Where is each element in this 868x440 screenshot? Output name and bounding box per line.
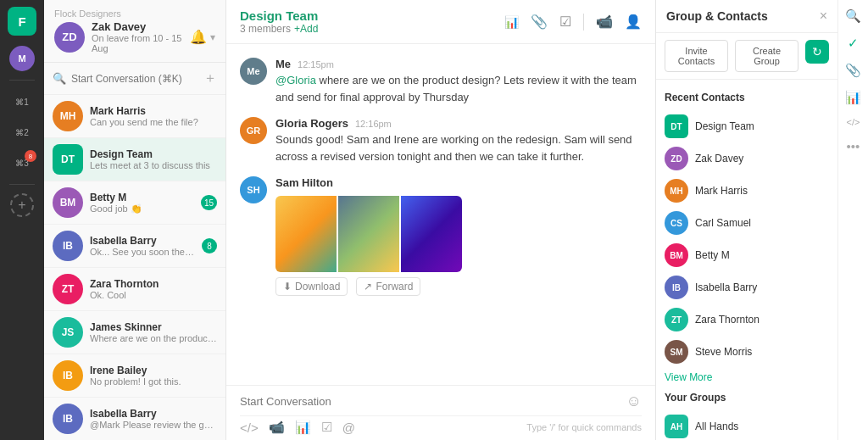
message-avatar: GR — [240, 117, 267, 144]
more-options-icon[interactable]: ••• — [847, 139, 860, 153]
nav-item-3[interactable]: ⌘3 8 — [8, 150, 36, 175]
contact-item-mark-harris[interactable]: MH Mark Harris — [665, 175, 829, 207]
checklist-icon[interactable]: ☑ — [559, 14, 571, 30]
message-me: Me Me 12:15pm @Gloria where are we on th… — [240, 58, 642, 105]
sidebar: Flock Designers ZD Zak Davey On leave fr… — [44, 0, 226, 440]
contact-name: Design Team — [90, 148, 217, 160]
image-2 — [338, 196, 399, 272]
add-member-button[interactable]: +Add — [294, 23, 318, 35]
icon-bar: F M ⌘1 ⌘2 ⌘3 8 + — [0, 0, 44, 440]
contact-item-carl-samuel[interactable]: CS Carl Samuel — [665, 207, 829, 239]
sidebar-item-irene-bailey[interactable]: IB Irene Bailey No problem! I got this. — [44, 354, 225, 398]
code-snippet-icon[interactable]: </> — [847, 117, 860, 127]
contact-avatar: MH — [665, 179, 688, 203]
sidebar-item-isabella-barry-2[interactable]: IB Isabella Barry @Mark Please review th… — [44, 398, 225, 440]
panel-body: Recent Contacts DT Design Team ZD Zak Da… — [656, 80, 837, 440]
chat-input-area: ☺ </> 📹 📊 ☑ @ Type '/' for quick command… — [226, 385, 655, 440]
pin-icon[interactable]: 📎 — [531, 14, 548, 30]
far-right-strip: 🔍 ✓ 📎 📊 </> ••• — [837, 0, 868, 440]
add-channel-button[interactable]: + — [10, 193, 34, 217]
contact-name: Mark Harris — [695, 185, 748, 197]
group-item-all-hands[interactable]: AH All Hands — [665, 410, 829, 440]
chevron-down-icon[interactable]: ▾ — [210, 31, 215, 43]
contact-info: Irene Bailey No problem! I got this. — [90, 365, 217, 387]
contact-item-design-team[interactable]: DT Design Team — [665, 110, 829, 142]
message-input[interactable] — [240, 395, 620, 408]
avatar: IB — [53, 231, 83, 261]
contact-name: Isabella Barry — [90, 408, 217, 420]
message-preview: Ok... See you soon then ! — [90, 247, 195, 257]
sidebar-item-design-team[interactable]: DT Design Team Lets meet at 3 to discuss… — [44, 138, 225, 181]
sidebar-item-zara-thornton[interactable]: ZT Zara Thornton Ok. Cool — [44, 268, 225, 311]
contact-info: James Skinner Where are we on the produc… — [90, 321, 217, 343]
sidebar-item-mark-harris[interactable]: MH Mark Harris Can you send me the file? — [44, 95, 225, 138]
chat-title: Design Team — [240, 8, 318, 23]
search-sidebar-icon[interactable]: 🔍 — [845, 8, 861, 24]
contact-info: Isabella Barry @Mark Please review the g… — [90, 408, 217, 430]
sidebar-item-isabella-barry[interactable]: IB Isabella Barry Ok... See you soon the… — [44, 225, 225, 268]
search-input[interactable] — [71, 73, 198, 85]
app-logo: F — [8, 7, 36, 36]
sidebar-user-info: Zak Davey On leave from 10 - 15 Aug — [92, 20, 183, 53]
contact-name: Isabella Barry — [90, 235, 195, 247]
shared-image — [275, 196, 462, 272]
image-1 — [275, 196, 337, 272]
mention: @Gloria — [275, 74, 316, 86]
contacts-icon[interactable]: ✓ — [848, 36, 859, 51]
contact-item-steve-morris[interactable]: SM Steve Morris — [665, 336, 829, 368]
contact-item-zara-thornton[interactable]: ZT Zara Thornton — [665, 304, 829, 336]
forward-icon: ↗ — [364, 281, 372, 292]
bar-chart-icon[interactable]: 📊 — [504, 15, 519, 29]
download-button[interactable]: ⬇ Download — [275, 277, 348, 296]
mention-icon[interactable]: @ — [342, 421, 355, 435]
message-preview: Good job 👏 — [90, 203, 194, 214]
contact-avatar: IB — [665, 276, 688, 299]
create-group-tab[interactable]: Create Group — [735, 40, 798, 72]
contact-name: Design Team — [695, 120, 754, 132]
input-hint: Type '/' for quick commands — [526, 422, 642, 432]
contact-info: Betty M Good job 👏 — [90, 192, 194, 214]
user-avatar[interactable]: M — [9, 46, 35, 71]
new-conversation-button[interactable]: ＋ — [203, 70, 217, 87]
chat-area: Design Team 3 members +Add 📊 📎 ☑ 📹 👤 Me … — [226, 0, 655, 440]
contact-item-isabella-barry[interactable]: IB Isabella Barry — [665, 271, 829, 304]
message-preview: @Mark Please review the guidelines — [90, 420, 217, 430]
contact-info: Isabella Barry Ok... See you soon then ! — [90, 235, 195, 257]
bell-icon[interactable]: 🔔 — [190, 29, 207, 45]
forward-button[interactable]: ↗ Forward — [356, 277, 420, 296]
contact-name: Zara Thornton — [90, 278, 217, 290]
check-icon[interactable]: ☑ — [321, 420, 332, 435]
message-sam: SH Sam Hilton ⬇ Download ↗ — [240, 176, 642, 296]
message-body: Me 12:15pm @Gloria where are we on the p… — [275, 58, 642, 105]
invite-contacts-tab[interactable]: Invite Contacts — [665, 40, 728, 72]
code-icon[interactable]: </> — [240, 421, 259, 435]
divider2 — [9, 184, 35, 185]
video-icon[interactable]: 📹 — [596, 14, 613, 30]
nav-item-1[interactable]: ⌘1 — [8, 89, 36, 114]
contact-name: Betty M — [695, 249, 730, 261]
refresh-button[interactable]: ↻ — [805, 40, 829, 64]
close-button[interactable]: × — [820, 8, 827, 24]
emoji-button[interactable]: ☺ — [626, 393, 642, 410]
chart-icon[interactable]: 📊 — [295, 420, 311, 435]
contact-item-zak-davey[interactable]: ZD Zak Davey — [665, 142, 829, 175]
message-preview: Can you send me the file? — [90, 117, 217, 127]
message-time: 12:15pm — [298, 59, 334, 70]
sidebar-item-james-skinner[interactable]: JS James Skinner Where are we on the pro… — [44, 311, 225, 354]
message-gloria: GR Gloria Rogers 12:16pm Sounds good! Sa… — [240, 117, 642, 164]
contact-avatar: ZD — [665, 147, 688, 170]
message-text: Sounds good! Sam and Irene are working o… — [275, 131, 642, 164]
contact-item-betty-m[interactable]: BM Betty M — [665, 239, 829, 271]
analytics-icon[interactable]: 📊 — [845, 90, 861, 105]
download-icon: ⬇ — [283, 281, 292, 292]
view-more-recent[interactable]: View More — [665, 371, 829, 383]
video-call-icon[interactable]: 📹 — [269, 420, 285, 435]
contact-avatar: CS — [665, 211, 688, 235]
nav-item-2[interactable]: ⌘2 — [8, 120, 36, 145]
paperclip-icon[interactable]: 📎 — [845, 63, 861, 78]
message-header: Me 12:15pm — [275, 58, 642, 70]
person-icon[interactable]: 👤 — [625, 14, 642, 30]
contact-name: Steve Morris — [695, 346, 752, 358]
sidebar-item-betty-m[interactable]: BM Betty M Good job 👏 15 — [44, 181, 225, 225]
message-avatar: Me — [240, 58, 267, 85]
